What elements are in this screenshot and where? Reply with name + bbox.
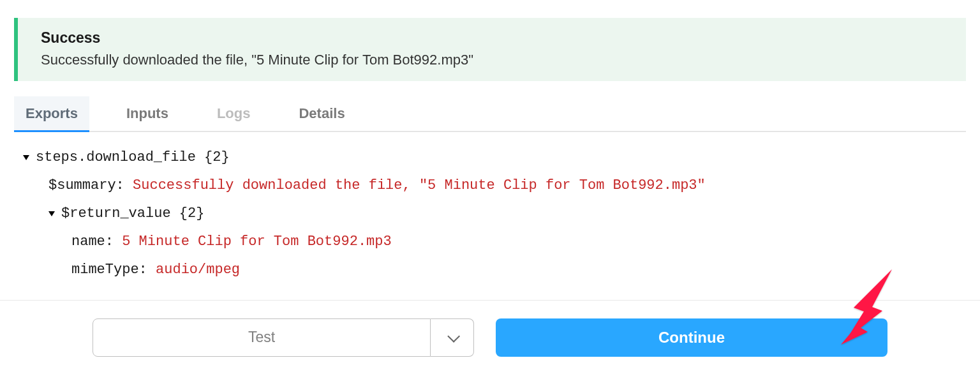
tree-node-return-value[interactable]: $return_value {2} — [23, 200, 966, 228]
tab-exports[interactable]: Exports — [14, 96, 89, 131]
exports-tree: steps.download_file {2} $summary: Succes… — [23, 144, 966, 284]
test-dropdown-button[interactable] — [431, 318, 474, 357]
success-message: Successfully downloaded the file, "5 Min… — [41, 52, 951, 68]
footer-bar: Test Continue — [0, 300, 980, 374]
tree-count: {2} — [204, 144, 230, 172]
tabs: Exports Inputs Logs Details — [14, 96, 966, 132]
tree-node-name[interactable]: name: 5 Minute Clip for Tom Bot992.mp3 — [23, 228, 966, 256]
tree-key: steps.download_file — [36, 144, 196, 172]
tree-count: {2} — [179, 200, 205, 228]
tree-node-root[interactable]: steps.download_file {2} — [23, 144, 966, 172]
caret-down-icon — [23, 155, 29, 160]
success-banner: Success Successfully downloaded the file… — [14, 18, 966, 81]
test-button[interactable]: Test — [93, 318, 431, 357]
test-button-group: Test — [93, 318, 474, 357]
caret-down-icon — [48, 211, 55, 216]
tab-details[interactable]: Details — [287, 96, 356, 131]
tree-key: mimeType: — [71, 256, 147, 284]
tab-logs[interactable]: Logs — [205, 96, 262, 131]
chevron-down-icon — [447, 329, 460, 342]
continue-button[interactable]: Continue — [496, 318, 887, 357]
success-title: Success — [41, 29, 951, 47]
tab-inputs[interactable]: Inputs — [115, 96, 180, 131]
tree-key: $return_value — [61, 200, 171, 228]
tree-key: name: — [71, 228, 114, 256]
tree-value: Successfully downloaded the file, "5 Min… — [133, 172, 706, 200]
tree-value: audio/mpeg — [156, 256, 240, 284]
tree-value: 5 Minute Clip for Tom Bot992.mp3 — [122, 228, 391, 256]
tree-node-summary[interactable]: $summary: Successfully downloaded the fi… — [23, 172, 966, 200]
tree-node-mimetype[interactable]: mimeType: audio/mpeg — [23, 256, 966, 284]
tree-key: $summary: — [48, 172, 124, 200]
